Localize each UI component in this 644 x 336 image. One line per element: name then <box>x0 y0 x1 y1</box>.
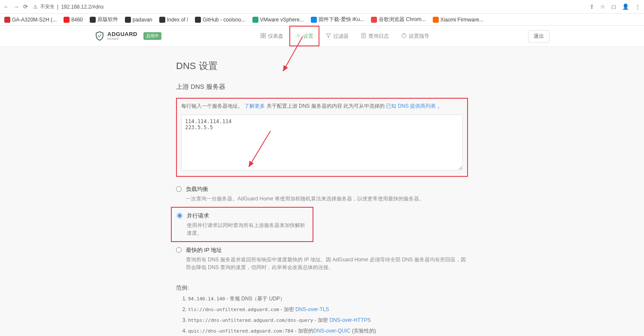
mode-title: 负载均衡 <box>186 185 424 193</box>
examples-title: 范例: <box>176 284 468 292</box>
brand-text: ADGUARD <box>107 31 137 37</box>
insecure-label: 不安全 <box>40 3 55 10</box>
hint-post: 。 <box>437 103 443 109</box>
example-code: tls://dns-unfiltered.adguard.com <box>188 307 279 312</box>
svg-rect-2 <box>261 36 263 37</box>
guide-icon <box>401 33 407 40</box>
address-bar[interactable]: ⚠ 不安全 | 192.168.12.2/#dns <box>33 3 104 10</box>
mode-option-2[interactable]: 最快的 IP 地址查询所有 DNS 服务器并返回所有响应中速度最快的 IP 地址… <box>176 242 468 275</box>
bookmark-label: 固件下载-爱快 iKu... <box>319 16 365 23</box>
page-title: DNS 设置 <box>176 60 468 73</box>
nav-settings[interactable]: 设置 <box>289 26 319 46</box>
nav-guide[interactable]: 设置指导 <box>395 26 435 46</box>
share-icon[interactable]: ⇪ <box>589 3 594 10</box>
brand-sub: HOME <box>107 37 137 41</box>
example-link[interactable]: DNS-over-TLS <box>295 306 329 312</box>
favicon-icon <box>195 17 201 23</box>
bookmark-item[interactable]: 固件下载-爱快 iKu... <box>311 16 365 23</box>
main-nav: 仪表盘设置过滤器查询日志设置指导 <box>254 26 435 46</box>
upstream-highlighted-box: 每行输入一个服务器地址。 了解更多 关于配置上游 DNS 服务器的内容 此为可从… <box>176 98 468 177</box>
example-code: 94.140.14.140 <box>188 296 225 302</box>
svg-rect-1 <box>264 33 265 35</box>
dashboard-icon <box>260 33 266 40</box>
main-content: DNS 设置 上游 DNS 服务器 每行输入一个服务器地址。 了解更多 关于配置… <box>172 47 472 336</box>
favicon-icon <box>433 17 439 23</box>
example-item: quic://dns-unfiltered.adguard.com:784 - … <box>188 327 468 335</box>
favicon-icon <box>252 17 258 23</box>
svg-rect-0 <box>261 33 263 35</box>
bookmark-item[interactable]: Index of / <box>159 17 188 23</box>
panel-icon[interactable]: ◻ <box>611 3 616 10</box>
reload-icon[interactable]: ⟳ <box>23 3 28 10</box>
example-link[interactable]: DNS-over-QUIC <box>313 328 351 334</box>
example-item: https://dns-unfiltered.adguard.com/dns-q… <box>188 317 468 324</box>
bookmark-label: VMware vSphere... <box>260 17 304 23</box>
bookmark-label: 原版软件 <box>97 16 118 23</box>
filter-icon <box>325 33 331 40</box>
mode-desc: 查询所有 DNS 服务器并返回所有响应中速度最快的 IP 地址。因 AdGuar… <box>186 256 468 271</box>
logout-button[interactable]: 退出 <box>528 30 550 42</box>
learn-more-link[interactable]: 了解更多 <box>244 103 265 109</box>
bookmark-label: 8460 <box>71 17 83 23</box>
upstream-section-title: 上游 DNS 服务器 <box>176 83 468 91</box>
browser-nav-buttons: ← → ⟳ <box>3 3 28 10</box>
favicon-icon <box>311 17 317 23</box>
mode-radio[interactable] <box>176 247 182 253</box>
mode-radio[interactable] <box>177 213 182 218</box>
nav-label: 过滤器 <box>333 33 349 40</box>
svg-point-10 <box>404 36 404 37</box>
favicon-icon <box>4 17 10 23</box>
example-link[interactable]: DNS-over-HTTPS <box>329 317 371 323</box>
favicon-icon <box>90 17 96 23</box>
bookmark-item[interactable]: 8460 <box>64 17 83 23</box>
bookmark-item[interactable]: GA-A320M-S2H (... <box>4 17 57 23</box>
insecure-icon: ⚠ <box>33 4 38 10</box>
bookmark-label: GA-A320M-S2H (... <box>12 17 57 23</box>
upstream-servers-textarea[interactable] <box>181 115 463 170</box>
bookmark-item[interactable]: 原版软件 <box>90 16 118 23</box>
favicon-icon <box>64 17 70 23</box>
nav-filter[interactable]: 过滤器 <box>319 26 355 46</box>
mode-option-0[interactable]: 负载均衡一次查询一台服务器。AdGuard Home 将使用加权随机算法来选择服… <box>176 181 468 207</box>
bookmark-item[interactable]: VMware vSphere... <box>252 17 304 23</box>
settings-icon <box>295 33 301 40</box>
mode-desc: 使用并行请求以同时查询所有上游服务器来加快解析速度。 <box>187 221 307 237</box>
example-code: quic://dns-unfiltered.adguard.com:784 <box>188 328 293 334</box>
favicon-icon <box>159 17 165 23</box>
browser-right-icons: ⇪ ☆ ◻ 👤 ⋮ <box>589 3 641 10</box>
nav-label: 设置指导 <box>409 33 429 40</box>
shield-icon <box>94 31 105 41</box>
example-item: tls://dns-unfiltered.adguard.com - 加密 DN… <box>188 306 468 313</box>
log-icon <box>361 33 367 40</box>
nav-dashboard[interactable]: 仪表盘 <box>254 26 289 46</box>
mode-desc: 一次查询一台服务器。AdGuard Home 将使用加权随机算法来选择服务器，以… <box>186 195 424 203</box>
bookmark-item[interactable]: padavan <box>125 17 152 23</box>
status-badge: 启用中 <box>143 32 161 40</box>
url-text: 192.168.12.2/#dns <box>61 4 103 10</box>
nav-label: 仪表盘 <box>268 33 283 40</box>
favicon-icon <box>125 17 131 23</box>
favicon-icon <box>371 17 377 23</box>
forward-icon[interactable]: → <box>13 3 19 10</box>
mode-title: 最快的 IP 地址 <box>186 246 468 254</box>
logo[interactable]: ADGUARD HOME 启用中 <box>94 31 161 41</box>
known-providers-link[interactable]: 已知 DNS 提供商列表 <box>386 103 436 109</box>
bookmark-bar: GA-A320M-S2H (...8460原版软件padavanIndex of… <box>0 14 644 26</box>
mode-radio[interactable] <box>176 186 182 192</box>
browser-toolbar: ← → ⟳ ⚠ 不安全 | 192.168.12.2/#dns ⇪ ☆ ◻ 👤 … <box>0 0 644 14</box>
upstream-mode-group: 负载均衡一次查询一台服务器。AdGuard Home 将使用加权随机算法来选择服… <box>176 181 468 275</box>
bookmark-label: Xiaomi Firmware... <box>440 17 483 23</box>
menu-icon[interactable]: ⋮ <box>635 3 641 10</box>
bookmark-item[interactable]: 谷歌浏览器 Chrom... <box>371 16 425 23</box>
svg-rect-3 <box>264 36 265 37</box>
bookmark-item[interactable]: GitHub - coolsno... <box>195 17 245 23</box>
nav-label: 查询日志 <box>368 33 389 40</box>
bookmark-item[interactable]: Xiaomi Firmware... <box>433 17 483 23</box>
star-icon[interactable]: ☆ <box>600 3 605 10</box>
mode-option-1[interactable]: 并行请求使用并行请求以同时查询所有上游服务器来加快解析速度。 <box>171 207 313 242</box>
profile-icon[interactable]: 👤 <box>622 3 629 10</box>
back-icon[interactable]: ← <box>3 3 9 10</box>
example-code: https://dns-unfiltered.adguard.com/dns-q… <box>188 318 313 323</box>
nav-log[interactable]: 查询日志 <box>355 26 395 46</box>
svg-point-4 <box>298 35 299 36</box>
